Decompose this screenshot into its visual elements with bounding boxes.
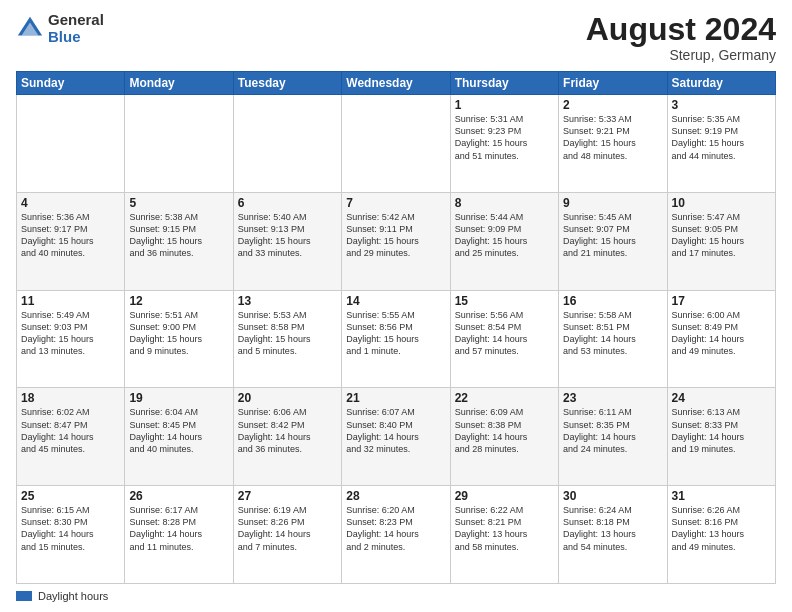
day-info: Sunrise: 5:38 AM Sunset: 9:15 PM Dayligh… [129, 211, 228, 260]
table-row: 11Sunrise: 5:49 AM Sunset: 9:03 PM Dayli… [17, 290, 125, 388]
table-row: 3Sunrise: 5:35 AM Sunset: 9:19 PM Daylig… [667, 95, 775, 193]
day-number: 13 [238, 294, 337, 308]
table-row: 23Sunrise: 6:11 AM Sunset: 8:35 PM Dayli… [559, 388, 667, 486]
table-row: 8Sunrise: 5:44 AM Sunset: 9:09 PM Daylig… [450, 192, 558, 290]
day-info: Sunrise: 5:31 AM Sunset: 9:23 PM Dayligh… [455, 113, 554, 162]
calendar-header-row: Sunday Monday Tuesday Wednesday Thursday… [17, 72, 776, 95]
day-info: Sunrise: 6:02 AM Sunset: 8:47 PM Dayligh… [21, 406, 120, 455]
day-number: 30 [563, 489, 662, 503]
table-row [233, 95, 341, 193]
col-sunday: Sunday [17, 72, 125, 95]
table-row: 17Sunrise: 6:00 AM Sunset: 8:49 PM Dayli… [667, 290, 775, 388]
day-number: 1 [455, 98, 554, 112]
table-row: 2Sunrise: 5:33 AM Sunset: 9:21 PM Daylig… [559, 95, 667, 193]
day-number: 4 [21, 196, 120, 210]
day-info: Sunrise: 5:35 AM Sunset: 9:19 PM Dayligh… [672, 113, 771, 162]
day-number: 6 [238, 196, 337, 210]
table-row: 10Sunrise: 5:47 AM Sunset: 9:05 PM Dayli… [667, 192, 775, 290]
day-number: 16 [563, 294, 662, 308]
day-number: 3 [672, 98, 771, 112]
calendar-week-row: 18Sunrise: 6:02 AM Sunset: 8:47 PM Dayli… [17, 388, 776, 486]
day-number: 10 [672, 196, 771, 210]
day-number: 19 [129, 391, 228, 405]
day-number: 8 [455, 196, 554, 210]
day-number: 21 [346, 391, 445, 405]
day-info: Sunrise: 5:40 AM Sunset: 9:13 PM Dayligh… [238, 211, 337, 260]
table-row: 1Sunrise: 5:31 AM Sunset: 9:23 PM Daylig… [450, 95, 558, 193]
logo-general: General [48, 12, 104, 29]
table-row: 13Sunrise: 5:53 AM Sunset: 8:58 PM Dayli… [233, 290, 341, 388]
day-number: 26 [129, 489, 228, 503]
table-row: 21Sunrise: 6:07 AM Sunset: 8:40 PM Dayli… [342, 388, 450, 486]
day-number: 25 [21, 489, 120, 503]
calendar-week-row: 11Sunrise: 5:49 AM Sunset: 9:03 PM Dayli… [17, 290, 776, 388]
table-row: 15Sunrise: 5:56 AM Sunset: 8:54 PM Dayli… [450, 290, 558, 388]
location: Sterup, Germany [586, 47, 776, 63]
day-info: Sunrise: 5:55 AM Sunset: 8:56 PM Dayligh… [346, 309, 445, 358]
table-row: 4Sunrise: 5:36 AM Sunset: 9:17 PM Daylig… [17, 192, 125, 290]
day-number: 29 [455, 489, 554, 503]
logo-blue: Blue [48, 29, 104, 46]
day-info: Sunrise: 5:47 AM Sunset: 9:05 PM Dayligh… [672, 211, 771, 260]
calendar-week-row: 1Sunrise: 5:31 AM Sunset: 9:23 PM Daylig… [17, 95, 776, 193]
day-number: 27 [238, 489, 337, 503]
table-row: 24Sunrise: 6:13 AM Sunset: 8:33 PM Dayli… [667, 388, 775, 486]
day-number: 14 [346, 294, 445, 308]
header: General Blue August 2024 Sterup, Germany [16, 12, 776, 63]
month-title: August 2024 [586, 12, 776, 47]
table-row [125, 95, 233, 193]
day-info: Sunrise: 6:17 AM Sunset: 8:28 PM Dayligh… [129, 504, 228, 553]
day-info: Sunrise: 6:22 AM Sunset: 8:21 PM Dayligh… [455, 504, 554, 553]
day-number: 31 [672, 489, 771, 503]
day-info: Sunrise: 6:13 AM Sunset: 8:33 PM Dayligh… [672, 406, 771, 455]
calendar-week-row: 25Sunrise: 6:15 AM Sunset: 8:30 PM Dayli… [17, 486, 776, 584]
day-info: Sunrise: 5:45 AM Sunset: 9:07 PM Dayligh… [563, 211, 662, 260]
day-number: 11 [21, 294, 120, 308]
table-row: 29Sunrise: 6:22 AM Sunset: 8:21 PM Dayli… [450, 486, 558, 584]
col-friday: Friday [559, 72, 667, 95]
legend-color-box [16, 591, 32, 601]
table-row: 18Sunrise: 6:02 AM Sunset: 8:47 PM Dayli… [17, 388, 125, 486]
table-row: 20Sunrise: 6:06 AM Sunset: 8:42 PM Dayli… [233, 388, 341, 486]
day-info: Sunrise: 6:06 AM Sunset: 8:42 PM Dayligh… [238, 406, 337, 455]
day-info: Sunrise: 5:53 AM Sunset: 8:58 PM Dayligh… [238, 309, 337, 358]
day-number: 2 [563, 98, 662, 112]
day-number: 5 [129, 196, 228, 210]
day-info: Sunrise: 5:33 AM Sunset: 9:21 PM Dayligh… [563, 113, 662, 162]
table-row: 9Sunrise: 5:45 AM Sunset: 9:07 PM Daylig… [559, 192, 667, 290]
logo: General Blue [16, 12, 104, 45]
day-number: 28 [346, 489, 445, 503]
day-number: 7 [346, 196, 445, 210]
col-monday: Monday [125, 72, 233, 95]
calendar-week-row: 4Sunrise: 5:36 AM Sunset: 9:17 PM Daylig… [17, 192, 776, 290]
day-info: Sunrise: 6:26 AM Sunset: 8:16 PM Dayligh… [672, 504, 771, 553]
table-row [342, 95, 450, 193]
col-wednesday: Wednesday [342, 72, 450, 95]
day-number: 18 [21, 391, 120, 405]
day-info: Sunrise: 5:44 AM Sunset: 9:09 PM Dayligh… [455, 211, 554, 260]
day-number: 15 [455, 294, 554, 308]
day-number: 23 [563, 391, 662, 405]
logo-text: General Blue [48, 12, 104, 45]
col-thursday: Thursday [450, 72, 558, 95]
day-info: Sunrise: 6:15 AM Sunset: 8:30 PM Dayligh… [21, 504, 120, 553]
day-info: Sunrise: 6:24 AM Sunset: 8:18 PM Dayligh… [563, 504, 662, 553]
day-number: 9 [563, 196, 662, 210]
table-row: 26Sunrise: 6:17 AM Sunset: 8:28 PM Dayli… [125, 486, 233, 584]
day-info: Sunrise: 5:58 AM Sunset: 8:51 PM Dayligh… [563, 309, 662, 358]
day-info: Sunrise: 5:49 AM Sunset: 9:03 PM Dayligh… [21, 309, 120, 358]
col-saturday: Saturday [667, 72, 775, 95]
day-info: Sunrise: 6:20 AM Sunset: 8:23 PM Dayligh… [346, 504, 445, 553]
table-row [17, 95, 125, 193]
day-info: Sunrise: 5:42 AM Sunset: 9:11 PM Dayligh… [346, 211, 445, 260]
table-row: 14Sunrise: 5:55 AM Sunset: 8:56 PM Dayli… [342, 290, 450, 388]
table-row: 19Sunrise: 6:04 AM Sunset: 8:45 PM Dayli… [125, 388, 233, 486]
table-row: 12Sunrise: 5:51 AM Sunset: 9:00 PM Dayli… [125, 290, 233, 388]
table-row: 7Sunrise: 5:42 AM Sunset: 9:11 PM Daylig… [342, 192, 450, 290]
day-number: 22 [455, 391, 554, 405]
table-row: 16Sunrise: 5:58 AM Sunset: 8:51 PM Dayli… [559, 290, 667, 388]
day-number: 24 [672, 391, 771, 405]
legend: Daylight hours [16, 590, 776, 602]
logo-icon [16, 15, 44, 43]
table-row: 25Sunrise: 6:15 AM Sunset: 8:30 PM Dayli… [17, 486, 125, 584]
